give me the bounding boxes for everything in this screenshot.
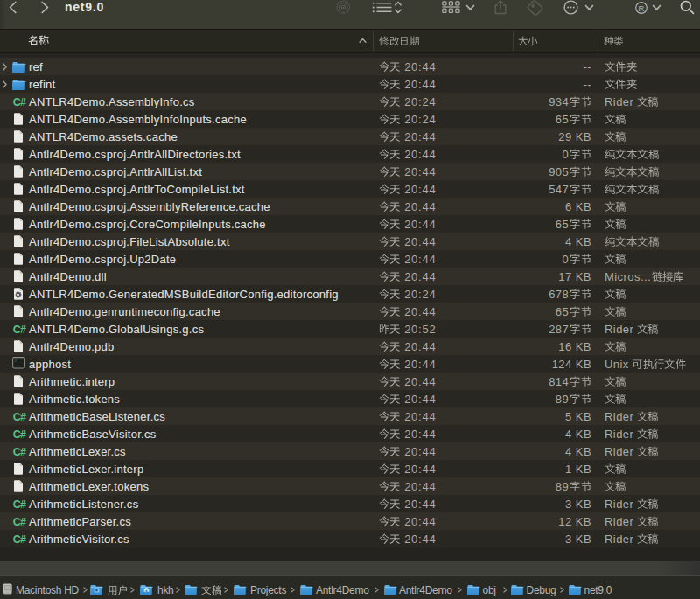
svg-text:R: R [638,3,644,12]
